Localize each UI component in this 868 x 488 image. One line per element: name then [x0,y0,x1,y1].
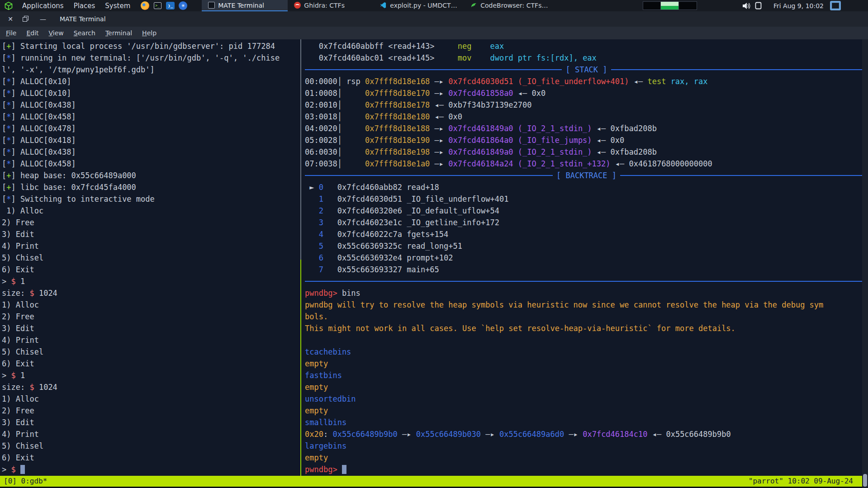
terminal-line: 2) Free [2,405,299,417]
menubar-item-edit[interactable]: Edit [22,28,43,38]
terminal-launcher-icon[interactable]: >_ [153,1,162,10]
text-span: [ [2,194,6,204]
terminal-line [305,334,868,346]
powershell-icon[interactable]: ❯_ [166,1,175,10]
divider-top-segment [300,39,301,260]
text-span: ◂— 0xfbad208b [592,147,657,156]
text-span: 0x7fff8d18e170 [365,89,430,98]
text-span: size: [2,383,29,392]
text-span [305,194,319,204]
text-span: 1) Alloc [2,206,43,215]
divider-bottom-segment [300,260,301,476]
parrot-logo-icon[interactable] [4,1,14,10]
terminal-line: 1) Alloc [2,393,299,405]
text-cursor [20,465,25,474]
text-span: l', '-x', '/tmp/pwny1pebf6f.gdb'] [2,65,155,74]
separator-rule [305,175,553,176]
taskbar-item-codebrowser[interactable]: CodeBrowser: CTFs:/c... [464,0,555,11]
text-span: [ [2,171,6,180]
text-span: 0x7fcd46030d51 (_IO_file_underflow+401) [448,77,629,86]
terminal-line: 3) Edit [2,228,299,240]
terminal-line: pwndbg will try to resolve the heap symb… [305,299,868,311]
workspace-cell-2[interactable] [679,1,697,10]
menubar-item-help[interactable]: Help [138,28,161,38]
text-span: $ [29,383,34,392]
text-span: 0x7fff8d18e168 [365,77,430,86]
firefox-icon[interactable] [141,1,149,10]
terminal-line: 6) Exit [2,264,299,275]
text-span: 4) Print [2,242,39,251]
text-span [16,465,20,474]
terminal-line: 05:0028│ 0x7fff8d18e190 —▸ 0x7fcd461864a… [305,134,868,146]
tmux-pane-divider[interactable] [299,39,303,476]
text-span: 3 [319,218,323,227]
taskbar-item-label: exploit.py - UMDCTF -... [390,2,458,9]
terminal-line: 4) Print [2,334,299,346]
text-span: > [2,465,11,474]
menubar-item-file[interactable]: File [2,28,20,38]
text-span: 0x7fff8d18e1a0 [365,159,430,168]
scrollbar-thumb[interactable] [863,474,867,487]
menubar-item-view[interactable]: View [45,28,68,38]
terminal-line: [*] Switching to interactive mode [2,193,299,205]
terminal-line: ► 0 0x7fcd460abb82 read+18 [305,181,868,193]
text-span: smallbins [305,418,346,427]
text-span: 3) Edit [2,324,34,333]
taskbar-item-vscode[interactable]: exploit.py - UMDCTF -... [374,0,464,11]
right-pane[interactable]: 0x7fcd460abbff <read+143> neg eax 0x7fcd… [303,39,868,476]
menu-applications[interactable]: Applications [18,1,68,10]
text-span: * [6,77,11,86]
text-span: ] ALLOC[0x10] [11,89,71,98]
menubar-item-search[interactable]: Search [70,28,100,38]
text-span: ] running in new terminal: ['/usr/bin/gd… [11,53,280,62]
text-span [305,253,319,262]
text-span: [ [2,42,6,51]
taskbar-item-terminal[interactable]: MATE Terminal [202,0,288,11]
text-span: 4 [319,230,323,239]
context-separator: [ STACK ] [305,64,868,76]
show-desktop-icon[interactable] [830,1,841,10]
text-span [305,242,319,251]
text-span: [ [2,100,6,109]
volume-icon[interactable] [742,2,750,9]
text-span: ] heap base: 0x55c66489a000 [11,171,136,180]
terminal-line: 0x7fcd460abc01 <read+145> mov dword ptr … [305,52,868,64]
terminal-line: 1) Alloc [2,205,299,217]
menu-system[interactable]: System [101,1,134,10]
text-span: 1 [319,194,323,204]
maximize-button[interactable] [22,16,32,22]
text-span: 3) Edit [2,230,34,239]
panel-clock[interactable]: Fri Aug 9, 10:02 [773,2,824,9]
terminal-scrollbar[interactable] [862,39,868,488]
close-button[interactable]: ✕ [5,15,15,23]
minimize-button[interactable]: — [38,15,48,23]
network-circle-icon[interactable]: ✳ [179,1,187,10]
desktop: Applications Places System >_ ❯_ ✳ MATE … [0,0,868,488]
tmux-session-window: [0] 0:gdb* [4,476,47,487]
text-span: 0x7fcd461858a0 [448,89,513,98]
text-span: 6) Exit [2,453,34,462]
menu-places[interactable]: Places [70,1,100,10]
workspace-cell-0[interactable] [643,1,661,10]
context-separator [305,275,868,287]
text-span: * [6,194,11,204]
vscode-icon [380,2,387,9]
text-span: 1 [16,371,25,380]
text-span: 0x7fcd461864a0 (_IO_file_jumps) [448,136,592,145]
text-span: 2 [319,206,323,215]
terminal-menubar: FileEditViewSearchTerminalHelp [0,27,868,39]
taskbar-item-ghidra[interactable]: Ghidra: CTFs [288,0,374,11]
left-pane[interactable]: [+] Starting local process '/usr/bin/gdb… [0,39,299,476]
text-span: > [2,277,11,286]
text-span: ] Starting local process '/usr/bin/gdbse… [11,42,275,51]
terminal-icon [208,2,215,9]
text-span: This might not work in all cases. Use `h… [305,324,735,333]
workspace-cell-1[interactable] [661,1,679,10]
text-span: 2) Free [2,312,34,321]
notification-icon[interactable] [755,2,762,9]
text-span: 07:0038│ [305,159,365,168]
text-span: test [647,77,666,86]
text-span: empty [305,406,328,415]
menubar-item-terminal[interactable]: Terminal [101,28,136,38]
terminal-line: > $ 1 [2,275,299,287]
